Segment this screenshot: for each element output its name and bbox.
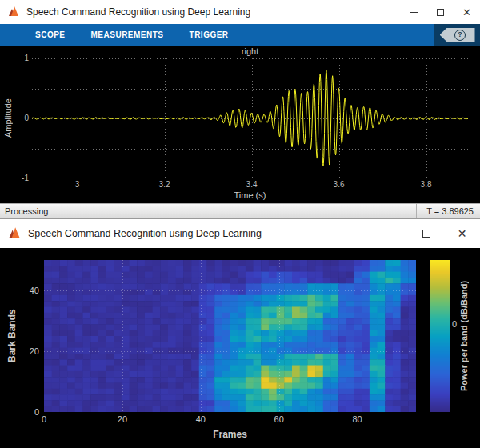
figure-plot-area: Bark Bands Frames Power per band (dB/Ban… bbox=[0, 248, 480, 448]
scope-toolstrip: SCOPE MEASUREMENTS TRIGGER ? bbox=[0, 24, 480, 46]
help-button[interactable]: ? bbox=[440, 28, 475, 42]
close-icon: ✕ bbox=[462, 7, 471, 18]
tab-trigger[interactable]: TRIGGER bbox=[190, 30, 229, 39]
scope-window: Speech Command Recognition using Deep Le… bbox=[0, 0, 480, 218]
window-title: Speech Command Recognition using Deep Le… bbox=[28, 228, 262, 239]
window-controls: ✕ bbox=[401, 0, 480, 24]
x-axis-label: Frames bbox=[44, 429, 416, 440]
x-axis-label: Time (s) bbox=[32, 190, 468, 200]
x-tick-label: 0 bbox=[42, 414, 46, 424]
x-tick-label: 3.8 bbox=[421, 180, 432, 189]
minimize-button[interactable] bbox=[401, 0, 427, 24]
y-tick-label: 1 bbox=[2, 54, 29, 62]
close-button[interactable]: ✕ bbox=[454, 0, 480, 24]
minimize-button[interactable] bbox=[372, 219, 408, 248]
x-tick-label: 3 bbox=[75, 180, 80, 189]
x-tick-label: 80 bbox=[352, 414, 362, 424]
colorbar bbox=[430, 260, 450, 412]
window-title: Speech Command Recognition using Deep Le… bbox=[26, 6, 250, 18]
scope-plot-area: right Amplitude Time (s) 33.23.43.63.8-1… bbox=[0, 46, 480, 203]
scope-statusbar: Processing T = 3.89625 bbox=[0, 203, 480, 218]
toolstrip-right-panel: ? bbox=[434, 24, 480, 46]
plot-title: right bbox=[32, 46, 468, 56]
minimize-icon bbox=[386, 234, 394, 234]
maximize-button[interactable] bbox=[408, 219, 444, 248]
close-button[interactable]: ✕ bbox=[444, 219, 480, 248]
matlab-icon bbox=[7, 226, 22, 241]
desktop: Speech Command Recognition using Deep Le… bbox=[0, 0, 480, 448]
matlab-icon bbox=[7, 6, 20, 18]
x-tick-label: 3.2 bbox=[159, 180, 170, 189]
x-tick-label: 40 bbox=[196, 414, 206, 424]
help-icon: ? bbox=[454, 30, 466, 41]
x-tick-label: 20 bbox=[118, 414, 127, 424]
maximize-icon bbox=[437, 9, 444, 16]
y-axis-label: Bark Bands bbox=[6, 260, 18, 412]
colorbar-tick-label: 0 bbox=[452, 319, 457, 329]
y-tick-label: 0 bbox=[2, 114, 29, 122]
maximize-icon bbox=[422, 230, 430, 238]
y-tick-label: -1 bbox=[2, 174, 29, 182]
scope-titlebar[interactable]: Speech Command Recognition using Deep Le… bbox=[0, 0, 480, 24]
colorbar-label: Power per band (dB/Band) bbox=[459, 260, 469, 412]
waveform-canvas bbox=[32, 58, 468, 178]
tab-scope[interactable]: SCOPE bbox=[35, 30, 66, 39]
maximize-button[interactable] bbox=[427, 0, 454, 24]
y-tick-label: 40 bbox=[10, 286, 39, 295]
y-tick-label: 20 bbox=[10, 346, 39, 356]
figure-titlebar[interactable]: Speech Command Recognition using Deep Le… bbox=[0, 219, 480, 248]
spectrogram-canvas bbox=[44, 260, 416, 412]
y-tick-label: 0 bbox=[10, 407, 39, 417]
minimize-icon bbox=[410, 12, 418, 13]
x-tick-label: 3.4 bbox=[246, 180, 258, 189]
sim-time-readout: T = 3.89625 bbox=[416, 204, 474, 218]
spectrogram-window: Speech Command Recognition using Deep Le… bbox=[0, 218, 480, 448]
tab-measurements[interactable]: MEASUREMENTS bbox=[91, 30, 164, 39]
x-tick-label: 60 bbox=[274, 414, 284, 424]
close-icon: ✕ bbox=[458, 228, 467, 239]
status-text: Processing bbox=[5, 206, 48, 216]
window-controls: ✕ bbox=[372, 219, 480, 248]
x-tick-label: 3.6 bbox=[334, 180, 345, 189]
